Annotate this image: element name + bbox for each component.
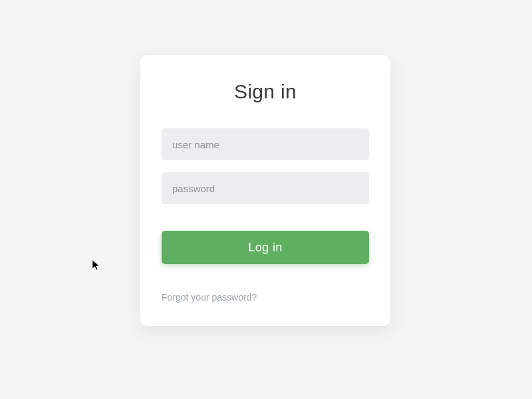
forgot-password-link[interactable]: Forgot your password? [162, 292, 257, 303]
username-input[interactable] [162, 128, 369, 160]
signin-title: Sign in [162, 80, 369, 103]
cursor-icon [92, 259, 101, 271]
password-input[interactable] [162, 172, 369, 204]
login-button[interactable]: Log in [162, 231, 369, 264]
login-card: Sign in Log in Forgot your password? [140, 55, 390, 326]
